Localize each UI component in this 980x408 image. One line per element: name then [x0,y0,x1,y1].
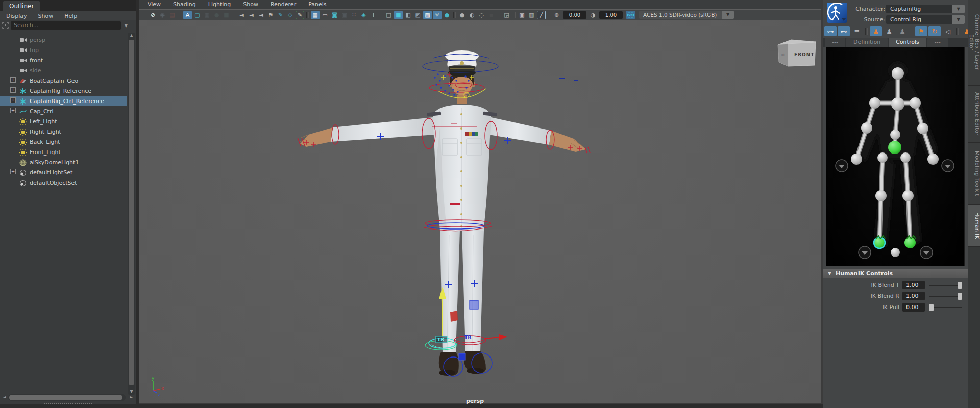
shaded-icon[interactable]: ■ [394,11,403,19]
tab-definition[interactable]: Definition [846,38,888,47]
lock-camera-view-icon[interactable]: ◄ [247,11,256,19]
outliner-item-BoatCaptain_Geo[interactable]: +BoatCaptain_Geo [0,75,127,86]
figure-full-body-icon[interactable]: ♟ [870,26,882,36]
search-input[interactable]: Search... [11,21,121,30]
scroll-left-icon[interactable]: ◄ [1,394,8,400]
outliner-item-Right_Light[interactable]: Right_Light [0,126,127,137]
view-cube[interactable]: FRONT RI [778,40,816,66]
expand-toggle-icon[interactable]: + [10,108,16,113]
dim-cube-icon[interactable]: ■ [222,11,231,19]
expand-toggle-icon[interactable]: + [10,87,16,93]
viewport-menu-panels[interactable]: Panels [308,1,326,8]
dock-tab-human-ik[interactable]: Human IK [968,205,980,247]
select-camera-icon[interactable]: ◄ [237,11,246,19]
viewport-menu-shading[interactable]: Shading [173,1,196,8]
grid-icon[interactable]: ▦ [311,11,320,19]
outliner-item-Left_Light[interactable]: Left_Light [0,116,127,126]
view-transform-toggle[interactable]: ON [626,11,635,19]
slider-handle[interactable] [958,293,962,300]
chevron-down-icon[interactable]: ▼ [722,11,734,19]
tab-blank[interactable]: --- [927,38,948,47]
gate-mask-icon[interactable]: ▣ [340,11,349,19]
skeleton-spine-icon[interactable]: ≡ [851,26,863,36]
outliner-item-defaultObjectSet[interactable]: defaultObjectSet [0,177,127,188]
search-filter-arrow-icon[interactable]: ▼ [125,23,128,28]
source-dropdown[interactable]: Control Rig ▼ [886,15,965,24]
outliner-horizontal-scrollbar[interactable]: ◄ ► [1,394,135,401]
xray-active-icon[interactable]: ▥ [527,11,536,19]
slider-value-field[interactable]: 1.00 [902,280,925,289]
slider-handle[interactable] [929,304,934,311]
outliner-item-Back_Light[interactable]: Back_Light [0,137,127,147]
ssao-icon[interactable]: ● [458,11,467,19]
view-cube-side-label[interactable]: RI [781,53,785,57]
slider-track[interactable] [929,307,962,308]
outliner-vscroll-thumb[interactable] [129,40,134,385]
viewport-menu-show[interactable]: Show [243,1,258,8]
view-transform-dropdown[interactable]: ACES 1.0 SDR-video (sRGB)▼ [639,11,734,19]
camera-settings-icon[interactable]: ◄ [257,11,265,19]
outliner-item-top[interactable]: top [0,45,127,55]
viewport-menu-lighting[interactable]: Lighting [208,1,231,8]
outliner-item-aiSkyDomeLight1[interactable]: aiSkyDomeLight1 [0,157,127,167]
outliner-item-front[interactable]: front [0,55,127,65]
safe-action-icon[interactable]: ◈ [359,11,368,19]
2d-pan-zoom-icon[interactable]: ▢ [193,11,202,19]
collapse-triangle-icon[interactable]: ▼ [828,271,831,276]
safe-title-icon[interactable]: T [369,11,378,19]
tab-controls[interactable]: Controls [889,38,926,47]
outliner-menu-help[interactable]: Help [64,13,77,19]
dim-sphere-icon[interactable]: ● [212,11,221,19]
snap-move-icon[interactable]: ◇ [286,11,295,19]
oscilloscope-icon[interactable]: ▦ [203,11,211,19]
slider-track[interactable] [929,296,962,297]
shadows-icon[interactable]: ● [443,11,451,19]
pin-rotate-icon[interactable]: ↻ [928,26,941,36]
bookmarks-icon[interactable]: ▤ [168,11,177,19]
outliner-item-Cap_Ctrl[interactable]: +Cap_Ctrl [0,106,127,116]
chevron-down-icon[interactable]: ▼ [952,15,965,24]
outliner-menu-display[interactable]: Display [6,13,27,19]
scroll-up-icon[interactable]: ▲ [128,33,135,39]
expand-toggle-icon[interactable]: + [10,169,16,174]
motion-blur-icon[interactable]: ◐ [468,11,476,19]
bone-part-icon[interactable]: ⊷ [838,26,850,36]
outliner-item-Front_Light[interactable]: Front_Light [0,147,127,157]
humanik-controls-header[interactable]: ▼ HumanIK Controls [823,269,968,278]
expand-toggle-icon[interactable]: + [10,97,16,103]
dock-tab-attribute-editor[interactable]: Attribute Editor [968,86,980,143]
anti-alias-icon[interactable]: ▪ [487,11,496,19]
outliner-item-side[interactable]: side [0,65,127,75]
exposure-field[interactable]: 0.00 [563,11,586,19]
xray-icon[interactable]: ▩ [423,11,432,19]
outliner-item-persp[interactable]: persp [0,35,127,45]
depth-of-field-icon[interactable]: ◌ [477,11,486,19]
dock-tab-modeling-toolkit[interactable]: Modeling Toolkit [968,143,980,205]
field-chart-icon[interactable]: ∷ [350,11,358,19]
gamma-field[interactable]: 1.00 [599,11,623,19]
outliner-item-defaultLightSet[interactable]: +defaultLightSet [0,167,127,177]
outliner-menu-show[interactable]: Show [38,13,54,19]
viewport-menu-view[interactable]: View [148,1,161,8]
outliner-item-CaptainRig_Reference[interactable]: +CaptainRig_Reference [0,86,127,96]
figure-selection-icon[interactable]: ♟ [896,26,909,36]
humanik-character-picker[interactable] [826,47,965,266]
tr-label-left[interactable]: TR [437,337,444,342]
panel-splitter[interactable] [136,0,139,408]
outliner-hscroll-thumb[interactable] [9,395,122,400]
figure-body-part-icon[interactable]: ♟ [883,26,895,36]
mute-icon[interactable]: ◁ [942,26,954,36]
humanik-logo-icon[interactable] [827,3,847,23]
textured-icon[interactable]: ◧ [404,11,412,19]
wireframe-icon[interactable]: □ [384,11,393,19]
bookmark-flag-icon[interactable]: ⚑ [266,11,275,19]
isolate-select-icon[interactable]: ◲ [502,11,511,19]
chevron-down-icon[interactable]: ▼ [952,5,965,13]
lighting-icon[interactable]: ☼ [433,11,442,19]
camera-attributes-icon[interactable]: ◉ [158,11,167,19]
filter-icon[interactable] [2,21,9,29]
lock-camera-icon[interactable]: ⊘ [149,11,157,19]
grease-pencil-draw-icon[interactable]: ✎ [296,11,304,19]
view-cube-front-label[interactable]: FRONT [794,52,814,57]
resolution-gate-icon[interactable]: ◙ [330,11,339,19]
